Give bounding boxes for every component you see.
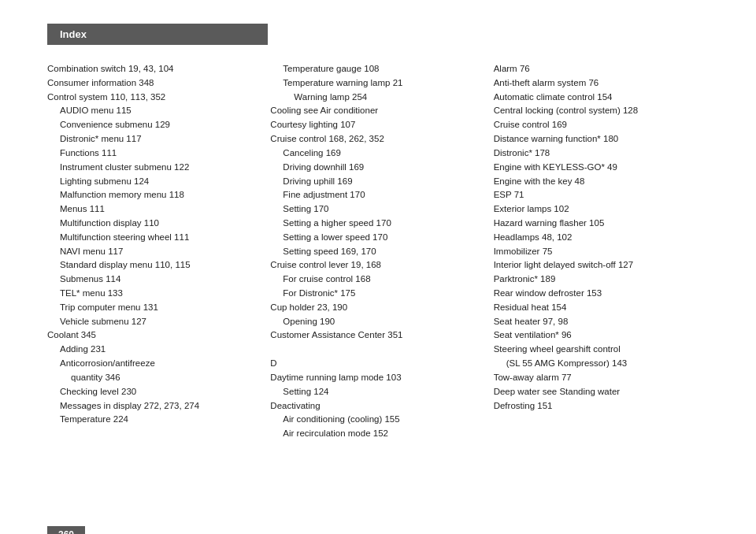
entry-temp-warning-lamp: Temperature warning lamp 21 <box>270 76 485 91</box>
entry-immobilizer: Immobilizer 75 <box>494 245 709 259</box>
column-2: Temperature gauge 108 Temperature warnin… <box>270 62 485 441</box>
entry-rear-window: Rear window defroster 153 <box>494 287 709 301</box>
entry-setting: Setting 170 <box>270 202 485 217</box>
entry-messages-display: Messages in display 272, 273, 274 <box>47 399 262 413</box>
entry-interior-light: Interior light delayed switch-off 127 <box>494 258 709 273</box>
entry-tow-away: Tow-away alarm 77 <box>494 371 709 385</box>
entry-seat-ventilation: Seat ventilation* 96 <box>494 328 709 343</box>
entry-engine-keyless: Engine with KEYLESS-GO* 49 <box>494 161 709 175</box>
entry-cruise-control-3: Cruise control 169 <box>494 118 709 132</box>
entry-consumer-info: Consumer information 348 <box>47 76 262 91</box>
entry-submenus: Submenus 114 <box>47 273 262 287</box>
entry-cooling: Cooling see Air conditioner <box>270 104 485 118</box>
entry-fine-adjustment: Fine adjustment 170 <box>270 188 485 202</box>
entry-deactivating: Deactivating <box>270 399 485 413</box>
entry-temp-gauge: Temperature gauge 108 <box>270 62 485 76</box>
entry-vehicle-submenu: Vehicle submenu 127 <box>47 315 262 329</box>
entry-multifunction-steering: Multifunction steering wheel 111 <box>47 231 262 245</box>
entry-steering-wheel: Steering wheel gearshift control <box>494 343 709 357</box>
entry-trip-computer: Trip computer menu 131 <box>47 301 262 315</box>
entry-residual-heat: Residual heat 154 <box>494 301 709 315</box>
entry-multifunction-display: Multifunction display 110 <box>47 217 262 231</box>
entry-setting-higher: Setting a higher speed 170 <box>270 217 485 231</box>
entry-sl55: (SL 55 AMG Kompressor) 143 <box>494 357 709 371</box>
entry-defrosting: Defrosting 151 <box>494 399 709 413</box>
entry-opening: Opening 190 <box>270 315 485 329</box>
entry-adding: Adding 231 <box>47 343 262 357</box>
entry-standard-display: Standard display menu 110, 115 <box>47 258 262 273</box>
entry-tel-menu: TEL* menu 133 <box>47 287 262 301</box>
entry-seat-heater: Seat heater 97, 98 <box>494 315 709 329</box>
content-area: Combination switch 19, 43, 104 Consumer … <box>0 48 756 455</box>
column-3: Alarm 76 Anti-theft alarm system 76 Auto… <box>494 62 709 441</box>
column-1: Combination switch 19, 43, 104 Consumer … <box>47 62 262 441</box>
entry-courtesy-lighting: Courtesy lighting 107 <box>270 118 485 132</box>
entry-distance-warning: Distance warning function* 180 <box>494 132 709 146</box>
entry-automatic-climate: Automatic climate control 154 <box>494 91 709 105</box>
entry-cruise-control: Cruise control 168, 262, 352 <box>270 132 485 146</box>
entry-temperature: Temperature 224 <box>47 413 262 427</box>
page-container: Index Combination switch 19, 43, 104 Con… <box>0 24 756 534</box>
entry-d-header: D <box>270 357 485 371</box>
entry-distronic-3: Distronic* 178 <box>494 146 709 161</box>
entry-air-conditioning-cooling: Air conditioning (cooling) 155 <box>270 413 485 427</box>
entry-coolant: Coolant 345 <box>47 328 262 343</box>
entry-headlamps: Headlamps 48, 102 <box>494 231 709 245</box>
entry-parktronic: Parktronic* 189 <box>494 273 709 287</box>
entry-air-recirculation: Air recirculation mode 152 <box>270 427 485 441</box>
entry-menus: Menus 111 <box>47 202 262 217</box>
entry-daytime-running: Daytime running lamp mode 103 <box>270 371 485 385</box>
entry-functions: Functions 111 <box>47 146 262 161</box>
entry-instrument-cluster: Instrument cluster submenu 122 <box>47 161 262 175</box>
entry-warning-lamp: Warning lamp 254 <box>270 91 485 105</box>
entry-exterior-lamps: Exterior lamps 102 <box>494 202 709 217</box>
entry-audio-menu: AUDIO menu 115 <box>47 104 262 118</box>
entry-alarm: Alarm 76 <box>494 62 709 76</box>
entry-central-locking: Central locking (control system) 128 <box>494 104 709 118</box>
entry-distronic-menu: Distronic* menu 117 <box>47 132 262 146</box>
entry-hazard-warning: Hazard warning flasher 105 <box>494 217 709 231</box>
entry-setting-lower: Setting a lower speed 170 <box>270 231 485 245</box>
entry-malfunction-memory: Malfunction memory menu 118 <box>47 188 262 202</box>
entry-canceling: Canceling 169 <box>270 146 485 161</box>
entry-convenience: Convenience submenu 129 <box>47 118 262 132</box>
entry-for-distronic: For Distronic* 175 <box>270 287 485 301</box>
entry-esp: ESP 71 <box>494 188 709 202</box>
entry-navi-menu: NAVI menu 117 <box>47 245 262 259</box>
entry-cruise-control-lever: Cruise control lever 19, 168 <box>270 258 485 273</box>
entry-cup-holder: Cup holder 23, 190 <box>270 301 485 315</box>
page-number-text: 360 <box>58 529 74 534</box>
index-title: Index <box>60 28 87 40</box>
entry-customer-assistance: Customer Assistance Center 351 <box>270 328 485 343</box>
entry-control-system: Control system 110, 113, 352 <box>47 91 262 105</box>
index-header: Index <box>47 24 268 45</box>
entry-lighting-submenu: Lighting submenu 124 <box>47 175 262 189</box>
entry-driving-downhill: Driving downhill 169 <box>270 161 485 175</box>
entry-checking-level: Checking level 230 <box>47 385 262 399</box>
entry-setting-daytime: Setting 124 <box>270 385 485 399</box>
entry-deep-water: Deep water see Standing water <box>494 385 709 399</box>
entry-engine-key: Engine with the key 48 <box>494 175 709 189</box>
entry-anticorrosion: Anticorrosion/antifreeze <box>47 357 262 371</box>
entry-setting-speed: Setting speed 169, 170 <box>270 245 485 259</box>
entry-anti-theft: Anti-theft alarm system 76 <box>494 76 709 91</box>
entry-quantity: quantity 346 <box>47 371 262 385</box>
page-number: 360 <box>47 526 85 534</box>
entry-driving-uphill: Driving uphill 169 <box>270 175 485 189</box>
entry-combination-switch: Combination switch 19, 43, 104 <box>47 62 262 76</box>
entry-for-cruise-control: For cruise control 168 <box>270 273 485 287</box>
